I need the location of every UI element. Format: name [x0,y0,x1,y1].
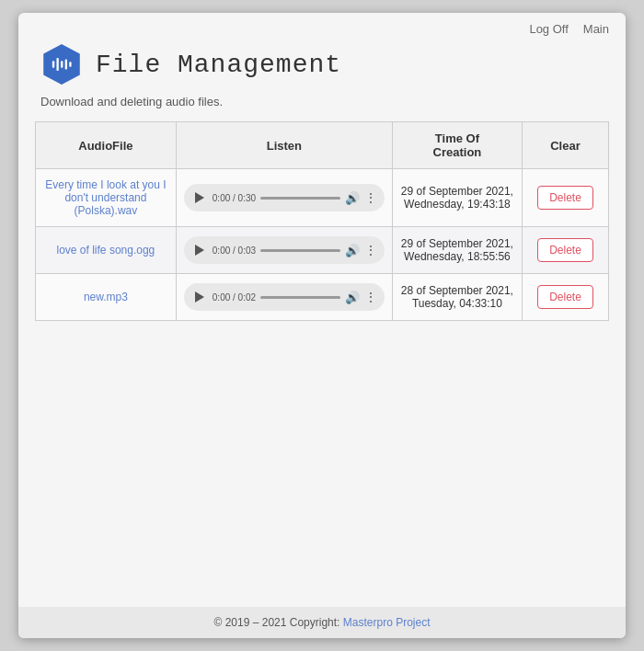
table-row: love of life song.ogg 0:00 / 0:03 🔊 ⋮ 29… [36,227,609,274]
logoff-link[interactable]: Log Off [529,22,568,36]
table-row: new.mp3 0:00 / 0:02 🔊 ⋮ 28 of September … [36,274,609,321]
play-icon [195,192,204,203]
volume-icon[interactable]: 🔊 [345,291,360,304]
page-title: File Management [96,51,341,79]
svg-rect-2 [56,58,58,71]
footer: © 2019 – 2021 Copyright: Masterpro Proje… [18,607,626,638]
footer-copyright: © 2019 – 2021 Copyright: [214,616,343,629]
time-display: 0:00 / 0:02 [213,292,256,303]
progress-bar[interactable] [260,197,340,200]
col-header-listen: Listen [176,122,392,169]
delete-button[interactable]: Delete [537,285,593,309]
svg-rect-3 [61,61,63,67]
play-button[interactable] [191,289,208,305]
main-content: AudioFile Listen Time OfCreation Clear E… [18,121,626,464]
audio-player: 0:00 / 0:03 🔊 ⋮ [184,236,385,264]
col-header-time: Time OfCreation [392,122,522,169]
progress-bar[interactable] [260,296,340,299]
main-link[interactable]: Main [583,22,609,36]
time-display: 0:00 / 0:03 [213,246,256,256]
audio-player: 0:00 / 0:02 🔊 ⋮ [184,283,385,311]
table-row: Every time I look at you I don't underst… [36,169,609,227]
delete-button[interactable]: Delete [537,186,593,210]
time-display: 0:00 / 0:30 [213,193,256,203]
audio-player: 0:00 / 0:30 🔊 ⋮ [184,184,385,211]
logo-icon [40,43,83,86]
progress-bar[interactable] [260,249,340,252]
svg-rect-4 [65,59,67,69]
play-button[interactable] [191,189,208,206]
table-header-row: AudioFile Listen Time OfCreation Clear [36,122,609,169]
svg-rect-5 [69,62,71,67]
volume-icon[interactable]: 🔊 [345,191,360,205]
top-nav: Log Off Main [18,13,626,36]
col-header-clear: Clear [522,122,608,169]
svg-rect-1 [52,61,54,67]
audio-file-link[interactable]: new.mp3 [43,291,168,303]
more-options-icon[interactable]: ⋮ [364,290,377,304]
time-of-creation: 28 of September 2021, Tuesday, 04:33:10 [392,274,522,321]
play-icon [195,245,204,256]
time-of-creation: 29 of September 2021, Wednesday, 19:43:1… [392,169,522,227]
audio-file-link[interactable]: Every time I look at you I don't underst… [43,178,168,217]
page-subtitle: Download and deleting audio files. [18,95,626,121]
play-icon [195,291,204,303]
footer-brand: Masterpro Project [343,616,431,629]
audio-file-link[interactable]: love of life song.ogg [43,244,168,257]
app-window: Log Off Main File Management Download an… [18,13,626,638]
volume-icon[interactable]: 🔊 [345,244,360,257]
header-area: File Management [18,36,626,95]
time-of-creation: 29 of September 2021, Wednesday, 18:55:5… [392,227,522,274]
col-header-audiofile: AudioFile [36,122,177,169]
files-table: AudioFile Listen Time OfCreation Clear E… [35,121,609,321]
more-options-icon[interactable]: ⋮ [364,190,377,205]
play-button[interactable] [191,242,208,258]
more-options-icon[interactable]: ⋮ [364,243,377,257]
delete-button[interactable]: Delete [537,238,593,262]
